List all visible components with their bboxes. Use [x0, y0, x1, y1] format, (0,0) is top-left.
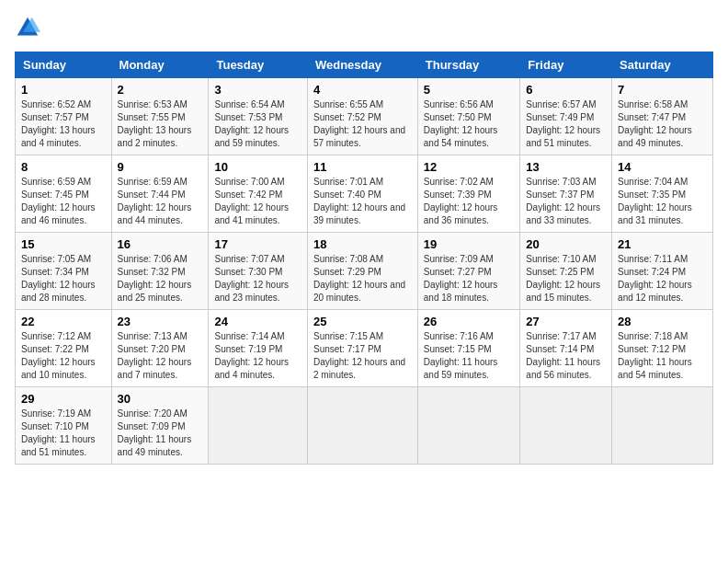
day-info: Sunrise: 6:57 AMSunset: 7:49 PMDaylight:…	[526, 98, 606, 150]
day-info: Sunrise: 7:11 AMSunset: 7:24 PMDaylight:…	[618, 253, 707, 304]
day-number: 8	[21, 160, 106, 174]
day-number: 11	[313, 160, 412, 174]
day-number: 1	[21, 83, 106, 97]
calendar-cell: 15Sunrise: 7:05 AMSunset: 7:34 PMDayligh…	[16, 233, 112, 310]
calendar-cell: 14Sunrise: 7:04 AMSunset: 7:35 PMDayligh…	[612, 155, 713, 233]
day-info: Sunrise: 7:19 AMSunset: 7:10 PMDaylight:…	[21, 408, 106, 459]
calendar-cell: 5Sunrise: 6:56 AMSunset: 7:50 PMDaylight…	[417, 78, 520, 155]
calendar-cell: 29Sunrise: 7:19 AMSunset: 7:10 PMDayligh…	[16, 387, 112, 465]
calendar-week-row: 22Sunrise: 7:12 AMSunset: 7:22 PMDayligh…	[16, 310, 713, 387]
calendar-cell: 16Sunrise: 7:06 AMSunset: 7:32 PMDayligh…	[111, 233, 209, 310]
calendar-cell: 6Sunrise: 6:57 AMSunset: 7:49 PMDaylight…	[520, 78, 612, 155]
calendar-cell: 8Sunrise: 6:59 AMSunset: 7:45 PMDaylight…	[16, 155, 112, 233]
calendar-week-row: 15Sunrise: 7:05 AMSunset: 7:34 PMDayligh…	[16, 233, 713, 310]
calendar-cell	[612, 387, 713, 465]
day-number: 6	[526, 83, 606, 97]
weekday-header-wednesday: Wednesday	[307, 52, 417, 78]
calendar-cell: 3Sunrise: 6:54 AMSunset: 7:53 PMDaylight…	[209, 78, 308, 155]
calendar-week-row: 29Sunrise: 7:19 AMSunset: 7:10 PMDayligh…	[16, 387, 713, 465]
day-info: Sunrise: 7:17 AMSunset: 7:14 PMDaylight:…	[526, 330, 606, 382]
day-number: 10	[214, 160, 301, 174]
day-info: Sunrise: 7:05 AMSunset: 7:34 PMDaylight:…	[21, 253, 106, 304]
day-number: 17	[214, 237, 301, 251]
day-number: 4	[313, 83, 412, 97]
logo	[15, 15, 44, 40]
day-info: Sunrise: 7:16 AMSunset: 7:15 PMDaylight:…	[424, 330, 515, 382]
day-number: 5	[424, 83, 515, 97]
day-info: Sunrise: 6:53 AMSunset: 7:55 PMDaylight:…	[118, 98, 203, 150]
calendar-cell: 11Sunrise: 7:01 AMSunset: 7:40 PMDayligh…	[307, 155, 417, 233]
day-number: 30	[118, 392, 203, 406]
day-info: Sunrise: 7:18 AMSunset: 7:12 PMDaylight:…	[618, 330, 707, 382]
day-info: Sunrise: 7:01 AMSunset: 7:40 PMDaylight:…	[313, 176, 412, 227]
calendar-cell: 24Sunrise: 7:14 AMSunset: 7:19 PMDayligh…	[209, 310, 308, 387]
day-number: 26	[424, 315, 515, 328]
calendar-cell: 12Sunrise: 7:02 AMSunset: 7:39 PMDayligh…	[417, 155, 520, 233]
page-header	[15, 15, 713, 40]
calendar-cell: 19Sunrise: 7:09 AMSunset: 7:27 PMDayligh…	[417, 233, 520, 310]
day-number: 23	[118, 315, 203, 328]
day-number: 18	[313, 237, 412, 251]
calendar-cell: 4Sunrise: 6:55 AMSunset: 7:52 PMDaylight…	[307, 78, 417, 155]
calendar-cell	[209, 387, 308, 465]
calendar-cell: 21Sunrise: 7:11 AMSunset: 7:24 PMDayligh…	[612, 233, 713, 310]
calendar-cell: 1Sunrise: 6:52 AMSunset: 7:57 PMDaylight…	[16, 78, 112, 155]
calendar-cell: 18Sunrise: 7:08 AMSunset: 7:29 PMDayligh…	[307, 233, 417, 310]
day-number: 14	[618, 160, 707, 174]
day-info: Sunrise: 7:09 AMSunset: 7:27 PMDaylight:…	[424, 253, 515, 304]
calendar-table: SundayMondayTuesdayWednesdayThursdayFrid…	[15, 52, 713, 465]
calendar-cell: 13Sunrise: 7:03 AMSunset: 7:37 PMDayligh…	[520, 155, 612, 233]
calendar-cell: 20Sunrise: 7:10 AMSunset: 7:25 PMDayligh…	[520, 233, 612, 310]
calendar-cell: 7Sunrise: 6:58 AMSunset: 7:47 PMDaylight…	[612, 78, 713, 155]
calendar-cell: 26Sunrise: 7:16 AMSunset: 7:15 PMDayligh…	[417, 310, 520, 387]
day-info: Sunrise: 7:14 AMSunset: 7:19 PMDaylight:…	[214, 330, 301, 382]
calendar-cell	[520, 387, 612, 465]
day-number: 2	[118, 83, 203, 97]
weekday-header-row: SundayMondayTuesdayWednesdayThursdayFrid…	[16, 52, 713, 78]
day-number: 22	[21, 315, 106, 328]
day-info: Sunrise: 6:55 AMSunset: 7:52 PMDaylight:…	[313, 98, 412, 150]
day-info: Sunrise: 6:59 AMSunset: 7:45 PMDaylight:…	[21, 176, 106, 227]
day-info: Sunrise: 7:10 AMSunset: 7:25 PMDaylight:…	[526, 253, 606, 304]
day-info: Sunrise: 6:54 AMSunset: 7:53 PMDaylight:…	[214, 98, 301, 150]
day-number: 9	[118, 160, 203, 174]
day-info: Sunrise: 7:07 AMSunset: 7:30 PMDaylight:…	[214, 253, 301, 304]
day-info: Sunrise: 7:12 AMSunset: 7:22 PMDaylight:…	[21, 330, 106, 382]
weekday-header-friday: Friday	[520, 52, 612, 78]
calendar-cell	[417, 387, 520, 465]
day-number: 27	[526, 315, 606, 328]
day-number: 19	[424, 237, 515, 251]
day-number: 13	[526, 160, 606, 174]
day-info: Sunrise: 7:20 AMSunset: 7:09 PMDaylight:…	[118, 408, 203, 459]
day-number: 29	[21, 392, 106, 406]
calendar-week-row: 8Sunrise: 6:59 AMSunset: 7:45 PMDaylight…	[16, 155, 713, 233]
day-info: Sunrise: 7:08 AMSunset: 7:29 PMDaylight:…	[313, 253, 412, 304]
calendar-cell: 30Sunrise: 7:20 AMSunset: 7:09 PMDayligh…	[111, 387, 209, 465]
calendar-cell: 9Sunrise: 6:59 AMSunset: 7:44 PMDaylight…	[111, 155, 209, 233]
day-number: 16	[118, 237, 203, 251]
day-info: Sunrise: 6:59 AMSunset: 7:44 PMDaylight:…	[118, 176, 203, 227]
day-number: 3	[214, 83, 301, 97]
calendar-cell: 17Sunrise: 7:07 AMSunset: 7:30 PMDayligh…	[209, 233, 308, 310]
weekday-header-sunday: Sunday	[16, 52, 112, 78]
calendar-cell: 2Sunrise: 6:53 AMSunset: 7:55 PMDaylight…	[111, 78, 209, 155]
day-info: Sunrise: 6:52 AMSunset: 7:57 PMDaylight:…	[21, 98, 106, 150]
calendar-cell: 23Sunrise: 7:13 AMSunset: 7:20 PMDayligh…	[111, 310, 209, 387]
day-info: Sunrise: 7:03 AMSunset: 7:37 PMDaylight:…	[526, 176, 606, 227]
day-number: 15	[21, 237, 106, 251]
calendar-cell: 25Sunrise: 7:15 AMSunset: 7:17 PMDayligh…	[307, 310, 417, 387]
day-info: Sunrise: 7:02 AMSunset: 7:39 PMDaylight:…	[424, 176, 515, 227]
weekday-header-monday: Monday	[111, 52, 209, 78]
calendar-cell	[307, 387, 417, 465]
weekday-header-thursday: Thursday	[417, 52, 520, 78]
weekday-header-tuesday: Tuesday	[209, 52, 308, 78]
day-info: Sunrise: 7:13 AMSunset: 7:20 PMDaylight:…	[118, 330, 203, 382]
day-number: 21	[618, 237, 707, 251]
day-info: Sunrise: 6:58 AMSunset: 7:47 PMDaylight:…	[618, 98, 707, 150]
weekday-header-saturday: Saturday	[612, 52, 713, 78]
day-number: 24	[214, 315, 301, 328]
calendar-cell: 22Sunrise: 7:12 AMSunset: 7:22 PMDayligh…	[16, 310, 112, 387]
calendar-cell: 10Sunrise: 7:00 AMSunset: 7:42 PMDayligh…	[209, 155, 308, 233]
calendar-cell: 27Sunrise: 7:17 AMSunset: 7:14 PMDayligh…	[520, 310, 612, 387]
logo-icon	[15, 15, 40, 40]
